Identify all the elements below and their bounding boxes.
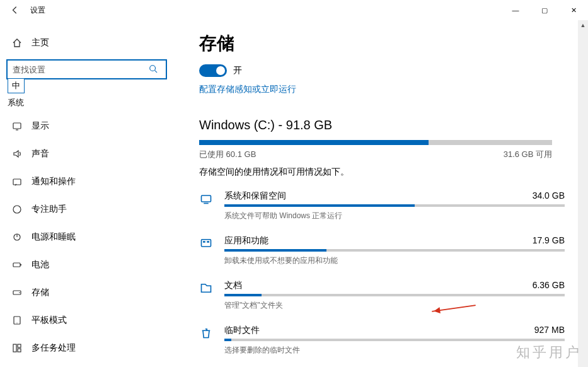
category-bar xyxy=(224,339,565,341)
watermark: 知乎用户 xyxy=(516,343,582,362)
close-button[interactable]: ✕ xyxy=(559,0,588,20)
main-content: 存储 开 配置存储感知或立即运行 Windows (C:) - 91.8 GB … xyxy=(183,20,588,367)
category-apps[interactable]: 应用和功能17.9 GB卸载未使用或不想要的应用和功能 xyxy=(199,235,565,266)
storage-sense-toggle[interactable] xyxy=(199,64,227,77)
apps-icon xyxy=(199,236,213,250)
nav-label: 通知和操作 xyxy=(32,176,76,187)
home-label: 主页 xyxy=(32,37,49,49)
maximize-button[interactable]: ▢ xyxy=(530,0,559,20)
svg-rect-2 xyxy=(13,179,21,185)
nav-label: 显示 xyxy=(32,120,49,132)
nav-label: 电池 xyxy=(32,259,49,271)
display-icon xyxy=(11,121,23,131)
configure-link[interactable]: 配置存储感知或立即运行 xyxy=(199,84,296,95)
drive-desc: 存储空间的使用情况和可用情况如下。 xyxy=(199,166,575,178)
category-size: 6.36 GB xyxy=(533,280,565,291)
nav-label: 电源和睡眠 xyxy=(32,231,76,243)
category-system[interactable]: 系统和保留空间34.0 GB系统文件可帮助 Windows 正常运行 xyxy=(199,190,565,221)
sidebar-item-battery[interactable]: 电池 xyxy=(6,251,170,279)
svg-rect-13 xyxy=(202,240,211,247)
sidebar: 主页 中 系统 显示声音通知和操作专注助手电源和睡眠电池存储平板模式多任务处理 xyxy=(0,20,183,367)
sidebar-item-sound[interactable]: 声音 xyxy=(6,140,170,168)
category-sub: 选择要删除的临时文件 xyxy=(224,345,565,356)
svg-rect-10 xyxy=(18,344,21,347)
used-label: 已使用 60.1 GB xyxy=(199,149,256,160)
svg-point-6 xyxy=(19,292,20,293)
nav-label: 声音 xyxy=(32,148,49,160)
category-size: 34.0 GB xyxy=(533,190,565,202)
home-icon xyxy=(11,38,23,48)
svg-rect-11 xyxy=(18,349,21,352)
back-button[interactable] xyxy=(5,0,25,20)
temp-icon xyxy=(199,326,213,340)
sidebar-item-display[interactable]: 显示 xyxy=(6,112,170,140)
svg-point-0 xyxy=(150,66,156,71)
category-sub: 卸载未使用或不想要的应用和功能 xyxy=(224,255,565,266)
drive-title: Windows (C:) - 91.8 GB xyxy=(199,118,575,132)
svg-rect-9 xyxy=(13,344,16,352)
tablet-icon xyxy=(11,315,23,325)
home-nav[interactable]: 主页 xyxy=(6,30,170,55)
category-name: 文档 xyxy=(224,280,242,291)
notifications-icon xyxy=(11,177,23,187)
scrollbar[interactable]: ▲ xyxy=(578,20,588,367)
category-size: 17.9 GB xyxy=(533,235,565,247)
search-input[interactable] xyxy=(6,59,167,79)
storage-sense-toggle-row: 开 xyxy=(199,64,575,77)
free-label: 31.6 GB 可用 xyxy=(504,149,552,160)
docs-icon xyxy=(199,281,213,295)
sidebar-item-tablet[interactable]: 平板模式 xyxy=(6,306,170,334)
app-title: 设置 xyxy=(30,5,45,16)
window-controls: — ▢ ✕ xyxy=(501,0,588,20)
category-sub: 管理"文档"文件夹 xyxy=(224,300,565,311)
category-name: 应用和功能 xyxy=(224,235,268,247)
ime-indicator: 中 xyxy=(8,78,25,93)
svg-point-8 xyxy=(16,322,17,323)
drive-usage-fill xyxy=(199,140,429,145)
minimize-button[interactable]: — xyxy=(501,0,530,20)
system-icon xyxy=(199,192,213,206)
sidebar-item-power[interactable]: 电源和睡眠 xyxy=(6,223,170,251)
nav-label: 专注助手 xyxy=(32,204,67,215)
titlebar: 设置 — ▢ ✕ xyxy=(0,0,588,20)
power-icon xyxy=(11,232,23,242)
category-header: 系统 xyxy=(6,97,170,108)
sound-icon xyxy=(11,149,23,159)
svg-rect-12 xyxy=(202,195,211,202)
sidebar-item-storage[interactable]: 存储 xyxy=(6,279,170,306)
category-temp[interactable]: 临时文件927 MB选择要删除的临时文件 xyxy=(199,325,565,356)
multitask-icon xyxy=(11,343,23,353)
sidebar-item-notifications[interactable]: 通知和操作 xyxy=(6,168,170,195)
category-name: 系统和保留空间 xyxy=(224,190,286,202)
drive-labels: 已使用 60.1 GB 31.6 GB 可用 xyxy=(199,149,552,160)
focus-icon xyxy=(11,204,23,214)
sidebar-item-focus[interactable]: 专注助手 xyxy=(6,195,170,223)
sidebar-item-multitask[interactable]: 多任务处理 xyxy=(6,334,170,362)
category-bar xyxy=(224,204,565,207)
category-sub: 系统文件可帮助 Windows 正常运行 xyxy=(224,211,565,221)
arrow-left-icon xyxy=(11,6,20,15)
svg-rect-14 xyxy=(203,241,205,243)
drive-usage-bar xyxy=(199,140,552,145)
toggle-label: 开 xyxy=(233,65,242,76)
storage-icon xyxy=(11,288,23,298)
category-bar xyxy=(224,249,565,252)
category-docs[interactable]: 文档6.36 GB管理"文档"文件夹 xyxy=(199,280,565,311)
battery-icon xyxy=(11,260,23,270)
nav-label: 平板模式 xyxy=(32,315,67,326)
svg-rect-4 xyxy=(13,263,20,267)
svg-rect-15 xyxy=(207,241,209,243)
category-bar xyxy=(224,294,565,296)
scroll-up-icon[interactable]: ▲ xyxy=(578,20,588,30)
nav-label: 多任务处理 xyxy=(32,342,76,354)
search-wrap: 中 xyxy=(6,59,170,79)
nav-label: 存储 xyxy=(32,287,49,298)
search-icon xyxy=(149,64,158,73)
page-title: 存储 xyxy=(199,32,575,55)
category-name: 临时文件 xyxy=(224,325,260,336)
svg-rect-1 xyxy=(13,123,21,129)
category-size: 927 MB xyxy=(534,325,565,336)
